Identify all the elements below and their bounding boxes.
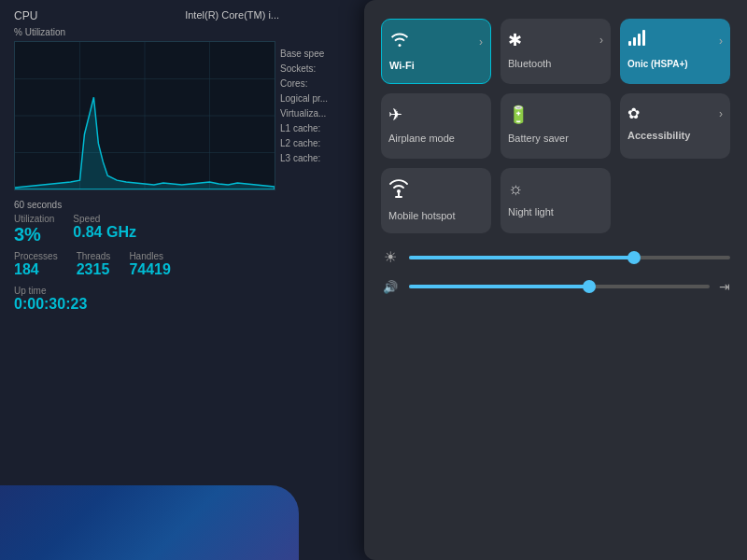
utilization-stat-value: 3%	[14, 224, 54, 245]
night-light-button[interactable]: ☼ Night light	[500, 168, 611, 233]
speed-stat-value: 0.84 GHz	[73, 224, 136, 241]
accessibility-button[interactable]: ✿ › Accessibility	[620, 93, 730, 159]
quick-settings-panel: › Wi-Fi ✱ › Bluetooth	[364, 0, 747, 560]
cpu-info-column: Base spee Sockets: Cores: Logical pr... …	[280, 47, 328, 166]
hotspot-label: Mobile hotspot	[388, 210, 456, 221]
wifi-icon	[389, 31, 410, 52]
svg-rect-7	[633, 37, 636, 46]
svg-rect-8	[638, 34, 641, 46]
cpu-graph	[14, 41, 275, 190]
battery-icon-row: 🔋	[508, 105, 603, 125]
battery-icon: 🔋	[508, 105, 529, 125]
accessibility-icon-row: ✿ ›	[627, 105, 723, 122]
speed-stat: Speed 0.84 GHz	[73, 214, 136, 245]
brightness-fill	[409, 256, 634, 259]
wifi-icon-row: ›	[389, 31, 483, 52]
threads-stat: Threads 2315	[77, 251, 111, 278]
bluetooth-icon-row: ✱ ›	[508, 30, 603, 50]
hotspot-icon	[388, 179, 409, 203]
quick-settings-grid: › Wi-Fi ✱ › Bluetooth	[381, 19, 730, 233]
airplane-mode-button[interactable]: ✈ Airplane mode	[381, 93, 491, 159]
bluetooth-label: Bluetooth	[508, 58, 551, 69]
airplane-label: Airplane mode	[388, 133, 455, 144]
hotspot-icon-row	[388, 179, 484, 203]
volume-slider-row: 🔊 ⇥	[381, 279, 730, 294]
signal-icon	[627, 30, 646, 51]
svg-rect-6	[628, 41, 631, 46]
mobile-icon-row: ›	[627, 30, 723, 51]
win11-background	[0, 485, 299, 560]
brightness-slider-row: ☀	[381, 248, 730, 266]
cores-info: Cores:	[280, 77, 328, 91]
accessibility-label: Accessibility	[627, 130, 690, 141]
logical-info: Logical pr...	[280, 91, 328, 106]
volume-track[interactable]	[409, 285, 710, 288]
bluetooth-button[interactable]: ✱ › Bluetooth	[500, 19, 611, 84]
cpu-title: CPU	[14, 9, 37, 22]
battery-label: Battery saver	[508, 133, 569, 144]
base-speed-info: Base spee	[280, 47, 328, 62]
processes-label: Processes	[14, 251, 58, 261]
mobile-data-button[interactable]: › Onic (HSPA+)	[620, 19, 730, 84]
bluetooth-icon: ✱	[508, 30, 522, 50]
battery-saver-button[interactable]: 🔋 Battery saver	[500, 93, 611, 159]
threads-label: Threads	[77, 251, 111, 261]
sliders-section: ☀ 🔊 ⇥	[381, 248, 730, 294]
wifi-button[interactable]: › Wi-Fi	[381, 19, 491, 84]
sockets-info: Sockets:	[280, 62, 328, 77]
airplane-icon: ✈	[388, 105, 402, 125]
handles-stat: Handles 74419	[129, 251, 171, 278]
night-light-label: Night light	[508, 206, 554, 217]
night-light-icon-row: ☼	[508, 179, 603, 199]
mobile-chevron[interactable]: ›	[719, 35, 723, 48]
processes-value: 184	[14, 261, 58, 278]
l2-cache-info: L2 cache:	[280, 136, 328, 151]
utilization-stat: Utilization 3%	[14, 214, 54, 245]
handles-label: Handles	[129, 251, 171, 261]
brightness-track[interactable]	[409, 256, 730, 259]
handles-value: 74419	[129, 261, 171, 278]
speed-stat-label: Speed	[73, 214, 136, 224]
volume-thumb[interactable]	[583, 280, 596, 293]
mobile-hotspot-button[interactable]: Mobile hotspot	[381, 168, 491, 233]
airplane-icon-row: ✈	[388, 105, 484, 125]
accessibility-icon: ✿	[627, 105, 640, 122]
wifi-chevron[interactable]: ›	[479, 35, 483, 49]
threads-value: 2315	[77, 261, 111, 278]
utilization-stat-label: Utilization	[14, 214, 54, 224]
accessibility-chevron[interactable]: ›	[719, 107, 723, 120]
mobile-label: Onic (HSPA+)	[627, 59, 688, 69]
volume-fill	[409, 285, 589, 288]
l3-cache-info: L3 cache:	[280, 151, 328, 166]
volume-end-icon: ⇥	[719, 279, 730, 294]
night-light-icon: ☼	[508, 179, 524, 199]
brightness-icon: ☀	[381, 248, 400, 266]
virtualization-info: Virtualiza...	[280, 106, 328, 121]
svg-rect-9	[642, 30, 645, 46]
processes-stat: Processes 184	[14, 251, 58, 278]
l1-cache-info: L1 cache:	[280, 121, 328, 136]
wifi-label: Wi-Fi	[389, 60, 415, 71]
bluetooth-chevron[interactable]: ›	[599, 34, 603, 47]
volume-icon: 🔊	[381, 280, 400, 294]
brightness-thumb[interactable]	[627, 251, 641, 264]
